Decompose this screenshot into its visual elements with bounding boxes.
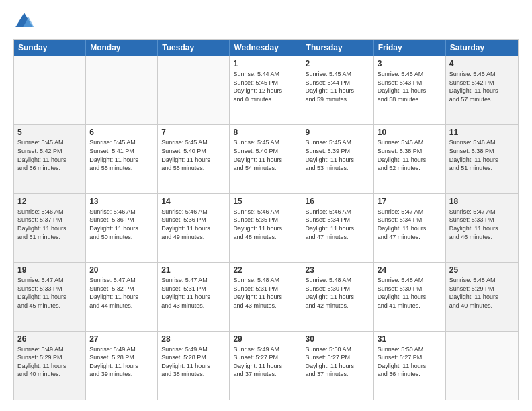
cell-info: Sunrise: 5:48 AM Sunset: 5:30 PM Dayligh… <box>378 276 442 310</box>
day-number: 17 <box>378 197 442 206</box>
day-number: 7 <box>161 128 226 137</box>
calendar-cell: 1Sunrise: 5:44 AM Sunset: 5:45 PM Daylig… <box>230 56 302 124</box>
cell-info: Sunrise: 5:47 AM Sunset: 5:33 PM Dayligh… <box>449 208 515 241</box>
calendar-row: 26Sunrise: 5:49 AM Sunset: 5:29 PM Dayli… <box>14 331 518 400</box>
calendar-row: 5Sunrise: 5:45 AM Sunset: 5:42 PM Daylig… <box>14 124 518 193</box>
calendar-cell: 16Sunrise: 5:46 AM Sunset: 5:34 PM Dayli… <box>302 194 374 262</box>
weekday-header: Sunday <box>14 40 86 56</box>
day-number: 23 <box>306 265 370 275</box>
cell-info: Sunrise: 5:47 AM Sunset: 5:33 PM Dayligh… <box>17 276 82 310</box>
calendar-cell: 25Sunrise: 5:48 AM Sunset: 5:29 PM Dayli… <box>446 263 518 330</box>
cell-info: Sunrise: 5:45 AM Sunset: 5:38 PM Dayligh… <box>378 138 442 172</box>
cell-info: Sunrise: 5:45 AM Sunset: 5:39 PM Dayligh… <box>306 138 370 172</box>
cell-info: Sunrise: 5:45 AM Sunset: 5:43 PM Dayligh… <box>378 70 442 103</box>
weekday-header: Thursday <box>302 40 374 56</box>
calendar-cell: 4Sunrise: 5:45 AM Sunset: 5:42 PM Daylig… <box>446 56 518 124</box>
day-number: 5 <box>17 128 82 137</box>
day-number: 10 <box>378 128 442 137</box>
day-number: 20 <box>89 265 154 275</box>
day-number: 6 <box>89 128 154 137</box>
day-number: 21 <box>161 265 226 275</box>
day-number: 8 <box>233 128 298 137</box>
day-number: 24 <box>378 265 442 275</box>
calendar-cell: 18Sunrise: 5:47 AM Sunset: 5:33 PM Dayli… <box>446 194 518 262</box>
calendar-cell <box>446 332 518 400</box>
day-number: 28 <box>161 334 226 344</box>
day-number: 26 <box>17 334 82 344</box>
calendar-cell: 24Sunrise: 5:48 AM Sunset: 5:30 PM Dayli… <box>374 263 446 330</box>
calendar-row: 1Sunrise: 5:44 AM Sunset: 5:45 PM Daylig… <box>14 56 518 124</box>
calendar-cell: 9Sunrise: 5:45 AM Sunset: 5:39 PM Daylig… <box>302 125 374 193</box>
cell-info: Sunrise: 5:46 AM Sunset: 5:36 PM Dayligh… <box>89 208 154 241</box>
day-number: 22 <box>233 265 298 275</box>
day-number: 11 <box>449 128 515 137</box>
day-number: 14 <box>161 197 226 206</box>
weekday-header: Saturday <box>446 40 518 56</box>
calendar-cell: 28Sunrise: 5:49 AM Sunset: 5:28 PM Dayli… <box>158 332 230 400</box>
cell-info: Sunrise: 5:45 AM Sunset: 5:44 PM Dayligh… <box>306 70 370 103</box>
day-number: 12 <box>17 197 82 206</box>
calendar-cell: 12Sunrise: 5:46 AM Sunset: 5:37 PM Dayli… <box>14 194 86 262</box>
cell-info: Sunrise: 5:50 AM Sunset: 5:27 PM Dayligh… <box>306 345 370 379</box>
day-number: 9 <box>306 128 370 137</box>
day-number: 29 <box>233 334 298 344</box>
calendar-cell: 23Sunrise: 5:48 AM Sunset: 5:30 PM Dayli… <box>302 263 374 330</box>
cell-info: Sunrise: 5:46 AM Sunset: 5:38 PM Dayligh… <box>449 138 515 172</box>
day-number: 19 <box>17 265 82 275</box>
cell-info: Sunrise: 5:45 AM Sunset: 5:40 PM Dayligh… <box>233 138 298 172</box>
calendar-cell: 21Sunrise: 5:47 AM Sunset: 5:31 PM Dayli… <box>158 263 230 330</box>
day-number: 25 <box>449 265 515 275</box>
day-number: 18 <box>449 197 515 206</box>
cell-info: Sunrise: 5:47 AM Sunset: 5:31 PM Dayligh… <box>161 276 226 310</box>
calendar-cell: 14Sunrise: 5:46 AM Sunset: 5:36 PM Dayli… <box>158 194 230 262</box>
calendar-cell: 13Sunrise: 5:46 AM Sunset: 5:36 PM Dayli… <box>86 194 158 262</box>
calendar-cell <box>86 56 158 124</box>
cell-info: Sunrise: 5:48 AM Sunset: 5:31 PM Dayligh… <box>233 276 298 310</box>
day-number: 2 <box>306 59 370 68</box>
day-number: 1 <box>233 59 298 68</box>
day-number: 15 <box>233 197 298 206</box>
calendar-cell: 19Sunrise: 5:47 AM Sunset: 5:33 PM Dayli… <box>14 263 86 330</box>
calendar-cell: 22Sunrise: 5:48 AM Sunset: 5:31 PM Dayli… <box>230 263 302 330</box>
cell-info: Sunrise: 5:46 AM Sunset: 5:35 PM Dayligh… <box>233 208 298 241</box>
calendar-cell: 17Sunrise: 5:47 AM Sunset: 5:34 PM Dayli… <box>374 194 446 262</box>
day-number: 27 <box>89 334 154 344</box>
day-number: 4 <box>449 59 515 68</box>
calendar-cell <box>158 56 230 124</box>
calendar-body: 1Sunrise: 5:44 AM Sunset: 5:45 PM Daylig… <box>14 56 518 400</box>
calendar-cell: 31Sunrise: 5:50 AM Sunset: 5:27 PM Dayli… <box>374 332 446 400</box>
weekday-header: Tuesday <box>158 40 230 56</box>
weekday-header: Friday <box>374 40 446 56</box>
logo-icon <box>13 11 35 32</box>
calendar-cell: 10Sunrise: 5:45 AM Sunset: 5:38 PM Dayli… <box>374 125 446 193</box>
calendar-cell: 5Sunrise: 5:45 AM Sunset: 5:42 PM Daylig… <box>14 125 86 193</box>
cell-info: Sunrise: 5:48 AM Sunset: 5:30 PM Dayligh… <box>306 276 370 310</box>
day-number: 3 <box>378 59 442 68</box>
cell-info: Sunrise: 5:46 AM Sunset: 5:36 PM Dayligh… <box>161 208 226 241</box>
day-number: 31 <box>378 334 442 344</box>
calendar-row: 19Sunrise: 5:47 AM Sunset: 5:33 PM Dayli… <box>14 262 518 330</box>
calendar-row: 12Sunrise: 5:46 AM Sunset: 5:37 PM Dayli… <box>14 193 518 262</box>
calendar-header: SundayMondayTuesdayWednesdayThursdayFrid… <box>14 40 518 56</box>
day-number: 13 <box>89 197 154 206</box>
cell-info: Sunrise: 5:49 AM Sunset: 5:28 PM Dayligh… <box>161 345 226 379</box>
calendar-cell: 2Sunrise: 5:45 AM Sunset: 5:44 PM Daylig… <box>302 56 374 124</box>
cell-info: Sunrise: 5:45 AM Sunset: 5:41 PM Dayligh… <box>89 138 154 172</box>
calendar-cell <box>14 56 86 124</box>
weekday-header: Wednesday <box>230 40 302 56</box>
calendar-cell: 7Sunrise: 5:45 AM Sunset: 5:40 PM Daylig… <box>158 125 230 193</box>
cell-info: Sunrise: 5:44 AM Sunset: 5:45 PM Dayligh… <box>233 70 298 103</box>
cell-info: Sunrise: 5:49 AM Sunset: 5:27 PM Dayligh… <box>233 345 298 379</box>
calendar-cell: 11Sunrise: 5:46 AM Sunset: 5:38 PM Dayli… <box>446 125 518 193</box>
cell-info: Sunrise: 5:45 AM Sunset: 5:42 PM Dayligh… <box>449 70 515 103</box>
calendar-cell: 6Sunrise: 5:45 AM Sunset: 5:41 PM Daylig… <box>86 125 158 193</box>
calendar-cell: 30Sunrise: 5:50 AM Sunset: 5:27 PM Dayli… <box>302 332 374 400</box>
calendar: SundayMondayTuesdayWednesdayThursdayFrid… <box>13 39 519 400</box>
calendar-cell: 20Sunrise: 5:47 AM Sunset: 5:32 PM Dayli… <box>86 263 158 330</box>
calendar-cell: 27Sunrise: 5:49 AM Sunset: 5:28 PM Dayli… <box>86 332 158 400</box>
logo <box>13 11 38 32</box>
cell-info: Sunrise: 5:45 AM Sunset: 5:40 PM Dayligh… <box>161 138 226 172</box>
calendar-cell: 8Sunrise: 5:45 AM Sunset: 5:40 PM Daylig… <box>230 125 302 193</box>
cell-info: Sunrise: 5:48 AM Sunset: 5:29 PM Dayligh… <box>449 276 515 310</box>
cell-info: Sunrise: 5:47 AM Sunset: 5:32 PM Dayligh… <box>89 276 154 310</box>
